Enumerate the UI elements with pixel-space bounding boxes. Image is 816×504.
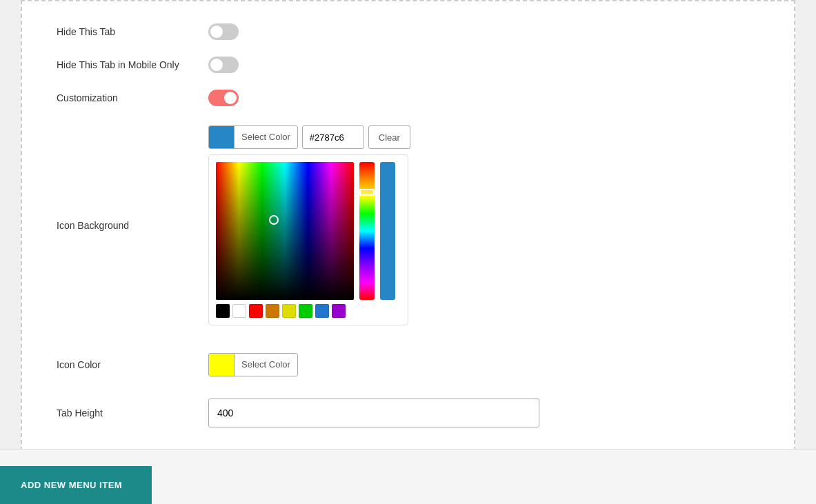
hide-tab-mobile-toggle[interactable] — [208, 57, 239, 73]
hue-slider-handle — [359, 189, 375, 196]
icon-background-controls: Select Color Clear — [208, 125, 410, 325]
icon-bg-select-color-btn[interactable]: Select Color — [208, 125, 298, 149]
hide-tab-toggle[interactable] — [208, 23, 239, 40]
preset-purple[interactable] — [332, 304, 346, 318]
hide-tab-mobile-row: Hide This Tab in Mobile Only — [57, 48, 773, 81]
icon-bg-swatch — [209, 125, 234, 149]
icon-color-row: Icon Color Select Color — [57, 345, 773, 385]
hide-tab-mobile-label: Hide This Tab in Mobile Only — [57, 59, 208, 70]
picker-main — [216, 162, 395, 300]
customization-row: Customization — [57, 81, 773, 114]
preset-black[interactable] — [216, 304, 230, 318]
preset-yellow[interactable] — [282, 304, 296, 318]
icon-color-label: Icon Color — [57, 359, 208, 370]
preset-orange[interactable] — [266, 304, 279, 318]
hue-slider-track — [359, 162, 375, 300]
color-picker-popup — [208, 154, 408, 325]
current-color-preview — [380, 162, 395, 300]
icon-color-select-text: Select Color — [234, 353, 297, 376]
color-presets — [216, 304, 395, 318]
bottom-bar: ADD NEW MENU ITEM — [0, 449, 816, 504]
icon-color-swatch — [209, 353, 234, 376]
hide-tab-row: Hide This Tab — [57, 15, 773, 48]
tab-height-row: Tab Height — [57, 390, 773, 436]
hue-slider-container[interactable] — [359, 162, 375, 300]
icon-background-label: Icon Background — [57, 220, 208, 231]
hide-tab-slider — [208, 23, 239, 40]
icon-color-select-btn[interactable]: Select Color — [208, 353, 298, 376]
add-new-menu-item-button[interactable]: ADD NEW MENU ITEM — [0, 466, 152, 504]
color-picker-btn-row: Select Color Clear — [208, 125, 410, 149]
preset-blue[interactable] — [315, 304, 329, 318]
picker-content — [216, 162, 395, 318]
tab-height-input[interactable] — [208, 399, 539, 427]
icon-bg-select-color-text: Select Color — [234, 125, 297, 149]
preset-green[interactable] — [299, 304, 312, 318]
hide-tab-label: Hide This Tab — [57, 26, 208, 37]
grad-dark2 — [216, 162, 354, 300]
customization-label: Customization — [57, 92, 208, 103]
icon-background-row: Icon Background Select Color Clear — [57, 117, 773, 334]
main-container: Hide This Tab Hide This Tab in Mobile On… — [21, 0, 795, 465]
icon-bg-clear-btn[interactable]: Clear — [368, 125, 410, 149]
preset-white[interactable] — [232, 304, 246, 318]
hide-tab-mobile-slider — [208, 57, 239, 73]
preset-red[interactable] — [249, 304, 263, 318]
customization-toggle[interactable] — [208, 90, 239, 106]
icon-bg-hex-input[interactable] — [302, 125, 364, 149]
customization-slider — [208, 90, 239, 106]
tab-height-label: Tab Height — [57, 407, 208, 419]
gradient-canvas[interactable] — [216, 162, 354, 300]
